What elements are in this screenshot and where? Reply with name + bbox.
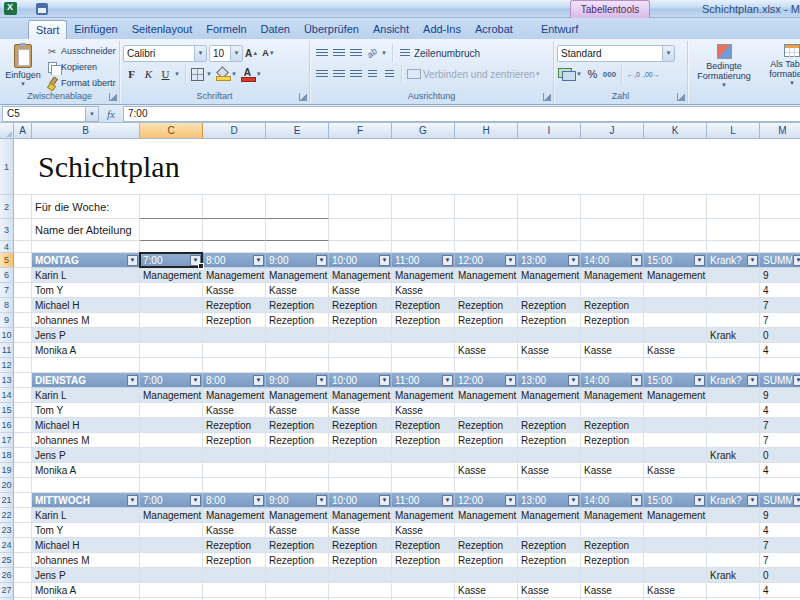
cell-J16[interactable]: Rezeption <box>581 418 644 433</box>
filter-button[interactable]: ▼ <box>316 495 327 506</box>
cell-F7[interactable]: Kasse <box>329 283 392 298</box>
cell-J18[interactable] <box>581 448 644 463</box>
format-as-table-button[interactable]: Als Tabelle formatieren ▼ <box>757 43 800 91</box>
cell-I22[interactable]: Management <box>518 508 581 523</box>
filter-button[interactable]: ▼ <box>379 375 390 386</box>
cell-H12[interactable] <box>455 358 518 373</box>
font-name-select[interactable]: Calibri ▼ <box>123 45 207 62</box>
cell-K14[interactable]: Management <box>644 388 707 403</box>
cell-L19[interactable] <box>707 463 760 478</box>
column-header-A[interactable]: A <box>14 123 32 139</box>
cell-A9[interactable] <box>14 313 32 328</box>
cell-L6[interactable] <box>707 268 760 283</box>
cell-C11[interactable] <box>140 343 203 358</box>
cell-C26[interactable] <box>140 568 203 583</box>
cell-M25[interactable]: 7 <box>760 553 800 568</box>
cell-E18[interactable] <box>266 448 329 463</box>
font-dialog-launcher[interactable] <box>299 93 307 101</box>
cell-E15[interactable]: Kasse <box>266 403 329 418</box>
cell-G5[interactable]: 11:00▼ <box>392 253 455 268</box>
cell-K25[interactable] <box>644 553 707 568</box>
cell-J11[interactable]: Kasse <box>581 343 644 358</box>
filter-button[interactable]: ▼ <box>442 255 453 266</box>
cell-L15[interactable] <box>707 403 760 418</box>
column-header-C[interactable]: C <box>140 123 203 139</box>
cell-F13[interactable]: 10:00▼ <box>329 373 392 388</box>
increase-indent-button[interactable] <box>381 65 398 83</box>
filter-button[interactable]: ▼ <box>505 255 516 266</box>
cell-F10[interactable] <box>329 328 392 343</box>
row-header-15[interactable]: 15 <box>0 403 14 418</box>
cell-B27[interactable]: Monika A <box>32 583 140 598</box>
row-header-21[interactable]: 21 <box>0 493 14 508</box>
cell-D16[interactable]: Rezeption <box>203 418 266 433</box>
cell-D6[interactable]: Management <box>203 268 266 283</box>
filter-button[interactable]: ▼ <box>316 255 327 266</box>
cell-L3[interactable] <box>707 219 760 241</box>
cell-G18[interactable] <box>392 448 455 463</box>
cell-G22[interactable]: Management <box>392 508 455 523</box>
cell-E12[interactable] <box>266 358 329 373</box>
cell-M18[interactable]: 0 <box>760 448 800 463</box>
row-header-27[interactable]: 27 <box>0 583 14 598</box>
cell-F4[interactable] <box>329 241 392 253</box>
cell-B13[interactable]: DIENSTAG▼ <box>32 373 140 388</box>
filter-button[interactable]: ▼ <box>694 495 705 506</box>
cell-G19[interactable] <box>392 463 455 478</box>
cell-H4[interactable] <box>455 241 518 253</box>
column-header-G[interactable]: G <box>392 123 455 139</box>
filter-button[interactable]: ▼ <box>253 495 264 506</box>
row-header-11[interactable]: 11 <box>0 343 14 358</box>
formula-input[interactable]: 7:00 <box>123 106 800 122</box>
font-size-select[interactable]: 10 ▼ <box>209 45 243 62</box>
filter-button[interactable]: ▼ <box>568 375 579 386</box>
cell-L20[interactable] <box>707 478 760 493</box>
cell-B1[interactable]: Schichtplan <box>14 139 800 195</box>
alignment-dialog-launcher[interactable] <box>543 93 551 101</box>
cell-H20[interactable] <box>455 478 518 493</box>
cell-L18[interactable]: Krank <box>707 448 760 463</box>
cell-A5[interactable] <box>14 253 32 268</box>
filter-button[interactable]: ▼ <box>747 375 758 386</box>
cell-D24[interactable]: Rezeption <box>203 538 266 553</box>
filter-button[interactable]: ▼ <box>127 495 138 506</box>
cell-J26[interactable] <box>581 568 644 583</box>
cell-H23[interactable] <box>455 523 518 538</box>
save-icon[interactable] <box>36 3 48 15</box>
cell-K2[interactable] <box>644 195 707 219</box>
tab--berpr-fen[interactable]: Überprüfen <box>297 20 366 39</box>
cell-J12[interactable] <box>581 358 644 373</box>
cell-F17[interactable]: Rezeption <box>329 433 392 448</box>
row-header-26[interactable]: 26 <box>0 568 14 583</box>
cell-F26[interactable] <box>329 568 392 583</box>
cell-G9[interactable]: Rezeption <box>392 313 455 328</box>
cell-M19[interactable]: 4 <box>760 463 800 478</box>
cell-E6[interactable]: Management <box>266 268 329 283</box>
cell-A21[interactable] <box>14 493 32 508</box>
cell-C3[interactable] <box>140 219 203 241</box>
row-header-18[interactable]: 18 <box>0 448 14 463</box>
align-left-button[interactable] <box>313 65 330 83</box>
cell-B8[interactable]: Michael H <box>32 298 140 313</box>
name-box[interactable]: C5 <box>2 106 86 122</box>
cell-I10[interactable] <box>518 328 581 343</box>
align-top-button[interactable] <box>313 44 330 62</box>
row-header-22[interactable]: 22 <box>0 508 14 523</box>
cell-D21[interactable]: 8:00▼ <box>203 493 266 508</box>
cell-I9[interactable]: Rezeption <box>518 313 581 328</box>
cell-H10[interactable] <box>455 328 518 343</box>
cell-G14[interactable]: Management <box>392 388 455 403</box>
row-header-9[interactable]: 9 <box>0 313 14 328</box>
paste-button[interactable]: Einfügen ▼ <box>3 43 43 91</box>
cell-I13[interactable]: 13:00▼ <box>518 373 581 388</box>
cell-H6[interactable]: Management <box>455 268 518 283</box>
cell-H7[interactable] <box>455 283 518 298</box>
cell-K8[interactable] <box>644 298 707 313</box>
cell-M7[interactable]: 4 <box>760 283 800 298</box>
cell-E17[interactable]: Rezeption <box>266 433 329 448</box>
cell-C22[interactable]: Management <box>140 508 203 523</box>
cell-A15[interactable] <box>14 403 32 418</box>
cell-E11[interactable] <box>266 343 329 358</box>
cell-I21[interactable]: 13:00▼ <box>518 493 581 508</box>
filter-button[interactable]: ▼ <box>442 375 453 386</box>
